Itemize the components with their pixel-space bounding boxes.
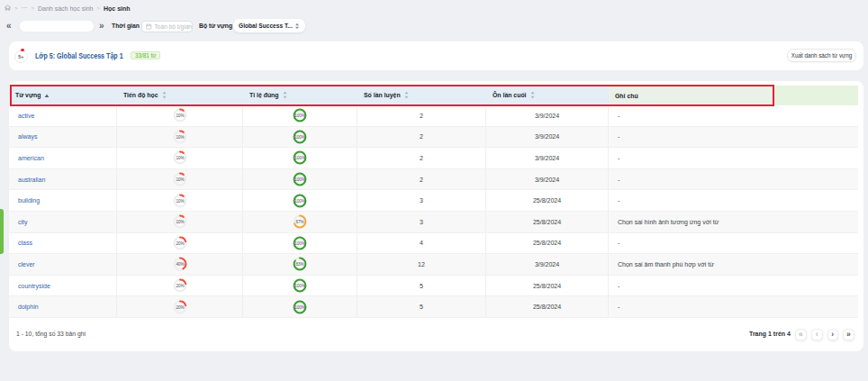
svg-text:20%: 20% xyxy=(176,304,184,309)
svg-text:83%: 83% xyxy=(295,262,303,267)
svg-text:100%: 100% xyxy=(294,113,305,118)
svg-text:20%: 20% xyxy=(176,284,184,288)
svg-text:100%: 100% xyxy=(294,304,305,309)
svg-text:100%: 100% xyxy=(294,177,305,182)
svg-text:40%: 40% xyxy=(176,262,184,267)
svg-text:10%: 10% xyxy=(176,113,184,118)
svg-text:10%: 10% xyxy=(176,220,184,224)
svg-text:100%: 100% xyxy=(294,241,305,246)
svg-text:67%: 67% xyxy=(295,220,303,224)
svg-text:10%: 10% xyxy=(176,135,184,140)
svg-text:100%: 100% xyxy=(294,198,305,203)
svg-text:100%: 100% xyxy=(294,284,305,288)
svg-text:10%: 10% xyxy=(176,156,184,160)
svg-text:10%: 10% xyxy=(176,177,184,182)
svg-text:20%: 20% xyxy=(176,241,184,246)
svg-text:10%: 10% xyxy=(176,198,184,203)
svg-text:100%: 100% xyxy=(294,156,305,160)
svg-text:100%: 100% xyxy=(294,135,305,140)
